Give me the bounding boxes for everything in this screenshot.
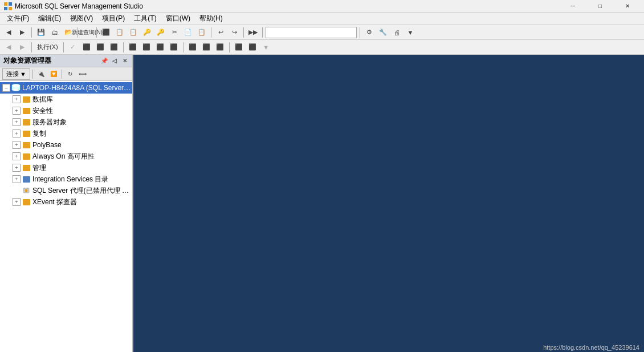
window-controls: ─ □ ✕ [560, 1, 641, 12]
tb2-btn5: ⬛ [108, 41, 120, 54]
sql-agent-icon [22, 186, 31, 195]
sep8 [31, 42, 32, 52]
expand-management[interactable]: + [13, 164, 21, 172]
expand-server-objects[interactable]: + [13, 118, 21, 126]
tb2-btn1: ◀ [2, 41, 15, 54]
sep11 [183, 42, 184, 52]
tree-item-replication[interactable]: + 复制 [0, 128, 132, 139]
tb-btn-2[interactable]: 📋 [113, 26, 126, 39]
pin-icon[interactable]: 📌 [100, 57, 108, 65]
more-btn[interactable]: ▼ [404, 26, 417, 39]
tree-item-sql-agent[interactable]: SQL Server 代理(已禁用代理 XP) [0, 185, 132, 196]
tree-item-databases[interactable]: + 数据库 [0, 94, 132, 105]
oe-title: 对象资源管理器 [3, 56, 100, 66]
auto-hide-icon[interactable]: ◁ [111, 57, 119, 65]
svg-line-12 [27, 188, 28, 188]
xevent-label: XEvent 探查器 [32, 197, 77, 207]
server-icon [11, 83, 21, 92]
redo-button[interactable]: ↪ [228, 26, 241, 39]
expand-always-on[interactable]: + [13, 152, 21, 160]
save-all-button[interactable]: 🗂 [48, 26, 61, 39]
tb2-btn2: ▶ [16, 41, 28, 54]
tb-btn-3[interactable]: 📋 [127, 26, 140, 39]
xevent-icon [22, 197, 31, 207]
tb-btn-7[interactable]: 📄 [182, 26, 194, 39]
menu-edit[interactable]: 编辑(E) [34, 13, 66, 25]
tb-btn-4[interactable]: 🔑 [141, 26, 153, 39]
main-layout: 对象资源管理器 📌 ◁ ✕ 连接 ▼ 🔌 🔽 ↻ ⟺ – [0, 55, 644, 352]
sep1 [31, 27, 32, 38]
tb2-btn13: ⬛ [233, 41, 245, 54]
menu-view[interactable]: 视图(V) [66, 13, 97, 25]
expand-xevent[interactable]: + [13, 198, 21, 206]
debug-button[interactable]: ▶▶ [247, 26, 259, 39]
connect-dropdown-icon: ▼ [20, 71, 26, 78]
management-icon [22, 163, 31, 172]
save-button[interactable]: 💾 [35, 26, 47, 39]
replication-label: 复制 [32, 129, 46, 139]
tb2-btn6: ⬛ [127, 41, 139, 54]
wrench-btn[interactable]: 🔧 [377, 26, 389, 39]
expand-integration-services[interactable]: + [13, 175, 21, 183]
maximize-button[interactable]: □ [587, 1, 613, 12]
oe-sep2 [62, 70, 62, 79]
tb-btn-1[interactable]: ⬛ [100, 26, 112, 39]
svg-point-10 [25, 189, 28, 192]
sql-agent-label: SQL Server 代理(已禁用代理 XP) [32, 186, 132, 196]
new-query-button[interactable]: 新建查询(N) [81, 26, 93, 39]
back-button[interactable]: ◀ [2, 26, 15, 39]
polybase-label: PolyBase [32, 141, 62, 149]
tb2-btn10: ⬛ [186, 41, 199, 54]
tb-btn-5[interactable]: 🔑 [154, 26, 167, 39]
toolbar-secondary: ◀ ▶ 执行(X) ✓ ⬛ ⬛ ⬛ ⬛ ⬛ ⬛ ⬛ ⬛ ⬛ ⬛ ⬛ ⬛ ▼ [0, 40, 644, 55]
expand-databases[interactable]: + [13, 95, 21, 103]
close-panel-icon[interactable]: ✕ [121, 57, 129, 65]
tree-item-management[interactable]: + 管理 [0, 162, 132, 173]
tree-item-server-objects[interactable]: + 服务器对象 [0, 116, 132, 128]
settings-btn[interactable]: ⚙ [363, 26, 376, 39]
expand-security[interactable]: + [13, 107, 21, 115]
oe-titlebar: 对象资源管理器 📌 ◁ ✕ [0, 55, 132, 67]
sep12 [229, 42, 230, 52]
tree-item-polybase[interactable]: + PolyBase [0, 139, 132, 151]
undo-button[interactable]: ↩ [214, 26, 227, 39]
oe-refresh-btn[interactable]: ↻ [64, 68, 76, 80]
forward-button[interactable]: ▶ [16, 26, 28, 39]
server-objects-label: 服务器对象 [32, 118, 67, 127]
oe-sep1 [32, 70, 33, 79]
menu-tools[interactable]: 工具(T) [129, 13, 161, 25]
printer-btn[interactable]: 🖨 [390, 26, 403, 39]
security-label: 安全性 [32, 106, 53, 116]
tree-item-xevent[interactable]: + XEvent 探查器 [0, 196, 132, 208]
menu-window[interactable]: 窗口(W) [161, 13, 195, 25]
svg-rect-2 [4, 7, 7, 10]
menu-help[interactable]: 帮助(H) [195, 13, 227, 25]
minimize-button[interactable]: ─ [560, 1, 586, 12]
oe-toolbar: 连接 ▼ 🔌 🔽 ↻ ⟺ [0, 67, 132, 81]
close-button[interactable]: ✕ [614, 1, 641, 12]
connect-label: 连接 [6, 70, 19, 78]
oe-filter-btn[interactable]: 🔽 [48, 68, 59, 80]
object-explorer-panel: 对象资源管理器 📌 ◁ ✕ 连接 ▼ 🔌 🔽 ↻ ⟺ – [0, 55, 133, 352]
menu-file[interactable]: 文件(F) [2, 13, 34, 25]
tree-item-security[interactable]: + 安全性 [0, 105, 132, 116]
titlebar: Microsoft SQL Server Management Studio ─… [0, 0, 644, 13]
expand-server[interactable]: – [2, 84, 10, 92]
tb2-btn3: ⬛ [80, 41, 93, 54]
tree-item-always-on[interactable]: + Always On 高可用性 [0, 151, 132, 162]
tree-view: – LAPTOP-H8424A8A (SQL Server 15.0 + [0, 81, 132, 352]
tb-btn-6[interactable]: ✂ [168, 26, 181, 39]
tree-item-server[interactable]: – LAPTOP-H8424A8A (SQL Server 15.0 [0, 82, 132, 94]
expand-replication[interactable]: + [13, 130, 21, 137]
oe-title-icons: 📌 ◁ ✕ [100, 57, 129, 65]
expand-polybase[interactable]: + [13, 141, 21, 149]
tree-item-integration-services[interactable]: + Integration Services 目录 [0, 173, 132, 185]
server-dropdown[interactable] [266, 27, 357, 38]
tb-btn-8[interactable]: 📋 [195, 26, 208, 39]
tb2-btn12: ⬛ [214, 41, 226, 54]
menu-project[interactable]: 项目(P) [97, 13, 129, 25]
connect-button[interactable]: 连接 ▼ [2, 68, 30, 80]
oe-disconnect-btn[interactable]: 🔌 [35, 68, 47, 80]
oe-sync-btn[interactable]: ⟺ [77, 68, 88, 80]
new-query-label: 新建查询(N) [72, 29, 103, 37]
